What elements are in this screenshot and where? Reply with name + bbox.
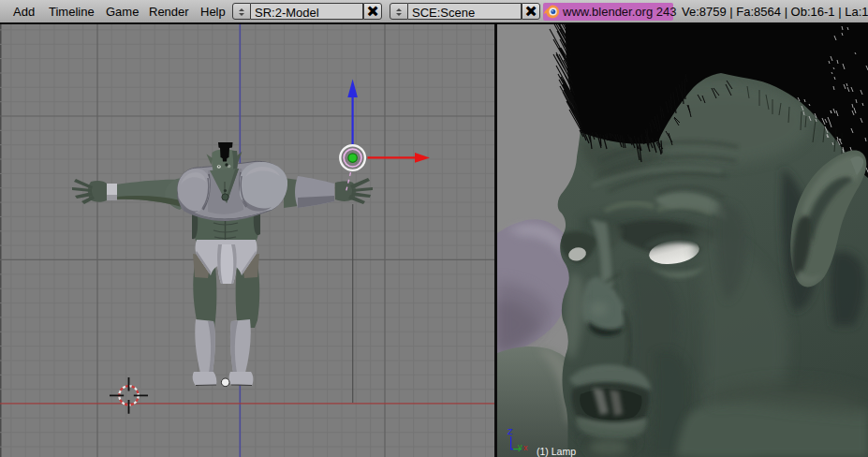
svg-text:Z: Z <box>508 427 513 436</box>
svg-text:(1) Lamp: (1) Lamp <box>537 446 576 457</box>
svg-text:x: x <box>523 443 528 452</box>
svg-text:y: y <box>518 442 522 451</box>
